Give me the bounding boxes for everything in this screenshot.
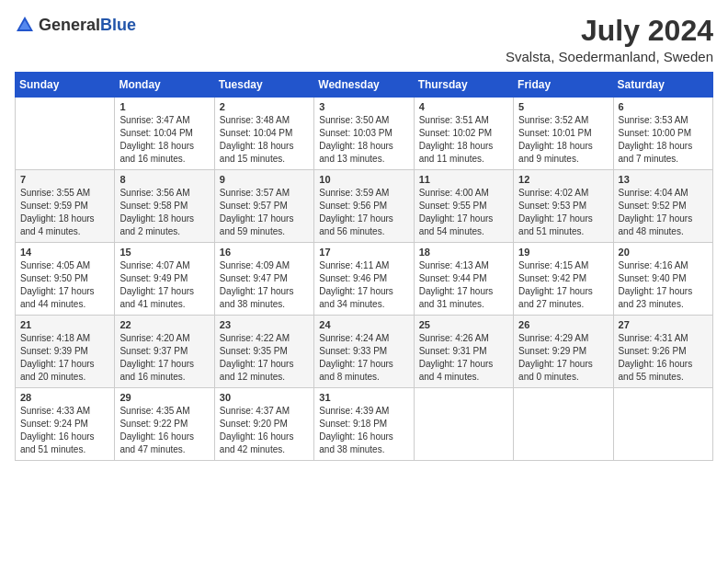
day-info: Sunrise: 3:51 AM Sunset: 10:02 PM Daylig… [419,114,509,166]
day-number: 24 [319,319,409,330]
day-info: Sunrise: 4:02 AM Sunset: 9:53 PM Dayligh… [518,187,609,238]
day-number: 30 [220,392,310,403]
day-number: 21 [20,319,110,330]
calendar-week-row: 1Sunrise: 3:47 AM Sunset: 10:04 PM Dayli… [16,98,713,170]
day-number: 9 [220,174,310,185]
day-info: Sunrise: 3:57 AM Sunset: 9:57 PM Dayligh… [220,187,310,238]
calendar-cell: 21Sunrise: 4:18 AM Sunset: 9:39 PM Dayli… [16,316,115,388]
calendar-cell: 20Sunrise: 4:16 AM Sunset: 9:40 PM Dayli… [613,243,712,316]
day-number: 14 [20,247,110,258]
calendar-cell: 1Sunrise: 3:47 AM Sunset: 10:04 PM Dayli… [115,98,214,170]
day-info: Sunrise: 3:50 AM Sunset: 10:03 PM Daylig… [319,114,409,166]
day-number: 2 [220,101,310,112]
day-info: Sunrise: 4:39 AM Sunset: 9:18 PM Dayligh… [319,405,409,456]
calendar-cell: 15Sunrise: 4:07 AM Sunset: 9:49 PM Dayli… [115,243,214,316]
day-info: Sunrise: 4:05 AM Sunset: 9:50 PM Dayligh… [20,259,110,311]
logo-text-general: General [39,16,100,34]
day-number: 13 [619,174,709,185]
weekday-header-sunday: Sunday [16,73,115,98]
page-header: GeneralBlue July 2024 Svalsta, Soederman… [15,15,713,64]
calendar-week-row: 7Sunrise: 3:55 AM Sunset: 9:59 PM Daylig… [16,170,713,243]
day-number: 19 [518,247,609,258]
day-number: 31 [319,392,409,403]
calendar-cell: 27Sunrise: 4:31 AM Sunset: 9:26 PM Dayli… [613,316,712,388]
calendar-cell: 6Sunrise: 3:53 AM Sunset: 10:00 PM Dayli… [613,98,712,170]
calendar-cell [16,98,115,170]
day-number: 8 [119,174,210,185]
day-number: 10 [319,174,409,185]
day-number: 12 [518,174,609,185]
day-info: Sunrise: 4:18 AM Sunset: 9:39 PM Dayligh… [20,332,110,384]
day-number: 4 [419,101,509,112]
calendar-cell: 31Sunrise: 4:39 AM Sunset: 9:18 PM Dayli… [314,388,414,461]
day-info: Sunrise: 3:56 AM Sunset: 9:58 PM Dayligh… [119,187,210,238]
day-number: 7 [20,174,110,185]
day-info: Sunrise: 4:09 AM Sunset: 9:47 PM Dayligh… [220,259,310,311]
day-info: Sunrise: 3:48 AM Sunset: 10:04 PM Daylig… [220,114,310,166]
day-info: Sunrise: 3:59 AM Sunset: 9:56 PM Dayligh… [319,187,409,238]
weekday-header-thursday: Thursday [414,73,513,98]
day-info: Sunrise: 3:47 AM Sunset: 10:04 PM Daylig… [119,114,210,166]
day-number: 29 [119,392,210,403]
day-number: 17 [319,247,409,258]
weekday-header-wednesday: Wednesday [314,73,414,98]
calendar-cell: 17Sunrise: 4:11 AM Sunset: 9:46 PM Dayli… [314,243,414,316]
calendar-week-row: 14Sunrise: 4:05 AM Sunset: 9:50 PM Dayli… [16,243,713,316]
calendar-cell: 26Sunrise: 4:29 AM Sunset: 9:29 PM Dayli… [514,316,613,388]
day-number: 22 [119,319,210,330]
calendar-cell: 11Sunrise: 4:00 AM Sunset: 9:55 PM Dayli… [414,170,513,243]
day-number: 27 [619,319,709,330]
day-number: 25 [419,319,509,330]
calendar-cell: 30Sunrise: 4:37 AM Sunset: 9:20 PM Dayli… [214,388,313,461]
weekday-header-row: SundayMondayTuesdayWednesdayThursdayFrid… [16,73,713,98]
calendar-cell: 25Sunrise: 4:26 AM Sunset: 9:31 PM Dayli… [414,316,513,388]
day-number: 16 [220,247,310,258]
day-info: Sunrise: 4:35 AM Sunset: 9:22 PM Dayligh… [119,405,210,456]
day-info: Sunrise: 4:33 AM Sunset: 9:24 PM Dayligh… [20,405,110,456]
day-number: 26 [518,319,609,330]
calendar-cell: 2Sunrise: 3:48 AM Sunset: 10:04 PM Dayli… [214,98,313,170]
calendar-table: SundayMondayTuesdayWednesdayThursdayFrid… [15,72,713,461]
calendar-cell: 10Sunrise: 3:59 AM Sunset: 9:56 PM Dayli… [314,170,414,243]
day-number: 6 [619,101,709,112]
day-info: Sunrise: 3:55 AM Sunset: 9:59 PM Dayligh… [20,187,110,238]
calendar-cell: 23Sunrise: 4:22 AM Sunset: 9:35 PM Dayli… [214,316,313,388]
calendar-cell: 3Sunrise: 3:50 AM Sunset: 10:03 PM Dayli… [314,98,414,170]
calendar-cell: 22Sunrise: 4:20 AM Sunset: 9:37 PM Dayli… [115,316,214,388]
day-number: 5 [518,101,609,112]
calendar-cell: 8Sunrise: 3:56 AM Sunset: 9:58 PM Daylig… [115,170,214,243]
month-title: July 2024 [506,15,713,47]
day-number: 11 [419,174,509,185]
day-info: Sunrise: 4:37 AM Sunset: 9:20 PM Dayligh… [220,405,310,456]
day-info: Sunrise: 4:11 AM Sunset: 9:46 PM Dayligh… [319,259,409,311]
day-info: Sunrise: 4:00 AM Sunset: 9:55 PM Dayligh… [419,187,509,238]
calendar-week-row: 21Sunrise: 4:18 AM Sunset: 9:39 PM Dayli… [16,316,713,388]
calendar-cell: 4Sunrise: 3:51 AM Sunset: 10:02 PM Dayli… [414,98,513,170]
day-info: Sunrise: 4:22 AM Sunset: 9:35 PM Dayligh… [220,332,310,384]
weekday-header-friday: Friday [514,73,613,98]
calendar-cell: 9Sunrise: 3:57 AM Sunset: 9:57 PM Daylig… [214,170,313,243]
calendar-cell: 24Sunrise: 4:24 AM Sunset: 9:33 PM Dayli… [314,316,414,388]
title-block: July 2024 Svalsta, Soedermanland, Sweden [506,15,713,64]
weekday-header-tuesday: Tuesday [214,73,313,98]
location-title: Svalsta, Soedermanland, Sweden [506,49,713,64]
day-info: Sunrise: 4:29 AM Sunset: 9:29 PM Dayligh… [518,332,609,384]
calendar-cell [414,388,513,461]
day-number: 15 [119,247,210,258]
calendar-cell: 7Sunrise: 3:55 AM Sunset: 9:59 PM Daylig… [16,170,115,243]
calendar-cell: 18Sunrise: 4:13 AM Sunset: 9:44 PM Dayli… [414,243,513,316]
day-info: Sunrise: 3:53 AM Sunset: 10:00 PM Daylig… [619,114,709,166]
day-info: Sunrise: 4:31 AM Sunset: 9:26 PM Dayligh… [619,332,709,384]
day-info: Sunrise: 4:16 AM Sunset: 9:40 PM Dayligh… [619,259,709,311]
day-info: Sunrise: 4:04 AM Sunset: 9:52 PM Dayligh… [619,187,709,238]
day-number: 3 [319,101,409,112]
weekday-header-monday: Monday [115,73,214,98]
weekday-header-saturday: Saturday [613,73,712,98]
day-info: Sunrise: 3:52 AM Sunset: 10:01 PM Daylig… [518,114,609,166]
day-info: Sunrise: 4:15 AM Sunset: 9:42 PM Dayligh… [518,259,609,311]
calendar-cell [514,388,613,461]
calendar-cell: 19Sunrise: 4:15 AM Sunset: 9:42 PM Dayli… [514,243,613,316]
logo-text-blue: Blue [100,16,136,34]
calendar-cell: 13Sunrise: 4:04 AM Sunset: 9:52 PM Dayli… [613,170,712,243]
calendar-week-row: 28Sunrise: 4:33 AM Sunset: 9:24 PM Dayli… [16,388,713,461]
